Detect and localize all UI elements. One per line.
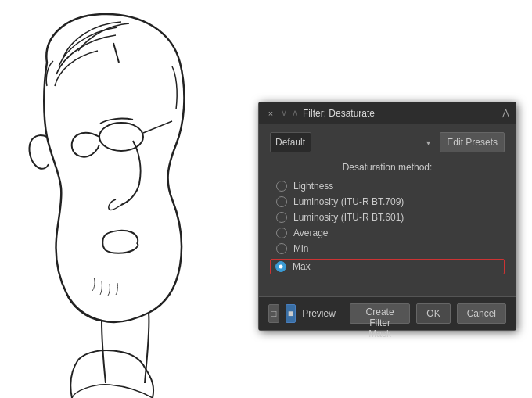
desaturation-radio-group: Lightness Luminosity (ITU-R BT.709) Lumi… bbox=[270, 181, 505, 274]
radio-lightness-input[interactable] bbox=[276, 181, 287, 192]
radio-luminosity-709[interactable]: Luminosity (ITU-R BT.709) bbox=[276, 196, 505, 207]
section-label: Desaturation method: bbox=[270, 162, 505, 173]
footer-icon-blue-square[interactable]: ■ bbox=[286, 304, 297, 323]
preview-label: Preview bbox=[302, 308, 336, 319]
collapse-icon[interactable]: ⋀ bbox=[502, 108, 509, 118]
radio-luminosity-601[interactable]: Luminosity (ITU-R BT.601) bbox=[276, 212, 505, 223]
radio-luminosity-601-input[interactable] bbox=[276, 212, 287, 223]
dialog-body: Default ▾ OK Edit Presets Desaturation m… bbox=[259, 124, 516, 296]
dialog-footer: □ ■ Preview Create Filter Mask OK Cancel bbox=[259, 296, 516, 330]
close-button[interactable]: × bbox=[265, 108, 276, 119]
radio-average-input[interactable] bbox=[276, 228, 287, 238]
preset-row: Default ▾ OK Edit Presets bbox=[270, 132, 505, 152]
filter-dialog: × ∨ ∧ Filter: Desaturate ⋀ Default ▾ OK … bbox=[258, 102, 516, 331]
separator-icon: ∨ bbox=[281, 108, 287, 118]
preset-select[interactable]: Default bbox=[270, 132, 311, 152]
edit-presets-button[interactable]: Edit Presets bbox=[440, 132, 505, 152]
radio-max-input[interactable] bbox=[275, 261, 286, 272]
radio-lightness-label: Lightness bbox=[293, 181, 333, 192]
footer-icon-square[interactable]: □ bbox=[268, 304, 279, 323]
radio-luminosity-709-label: Luminosity (ITU-R BT.709) bbox=[293, 196, 404, 207]
preset-select-wrapper: Default ▾ bbox=[270, 132, 435, 152]
radio-luminosity-709-input[interactable] bbox=[276, 196, 287, 207]
sketch-illustration bbox=[0, 0, 250, 398]
radio-lightness[interactable]: Lightness bbox=[276, 181, 505, 192]
select-arrow-icon: ▾ bbox=[426, 138, 430, 147]
radio-luminosity-601-label: Luminosity (ITU-R BT.601) bbox=[293, 212, 404, 223]
square-icon: □ bbox=[271, 308, 276, 319]
radio-min-label: Min bbox=[293, 243, 308, 254]
cancel-button[interactable]: Cancel bbox=[457, 303, 506, 324]
radio-max-label: Max bbox=[293, 261, 311, 272]
caret-icon: ∧ bbox=[292, 108, 298, 118]
radio-max[interactable]: Max bbox=[270, 259, 505, 274]
radio-average-label: Average bbox=[293, 228, 328, 238]
blue-square-icon: ■ bbox=[288, 308, 293, 319]
dialog-titlebar: × ∨ ∧ Filter: Desaturate ⋀ bbox=[259, 102, 516, 124]
create-filter-mask-button[interactable]: Create Filter Mask bbox=[350, 303, 411, 324]
radio-min-input[interactable] bbox=[276, 243, 287, 254]
ok-button[interactable]: OK bbox=[416, 303, 450, 324]
radio-average[interactable]: Average bbox=[276, 228, 505, 238]
radio-min[interactable]: Min bbox=[276, 243, 505, 254]
dialog-title: Filter: Desaturate bbox=[303, 108, 498, 119]
